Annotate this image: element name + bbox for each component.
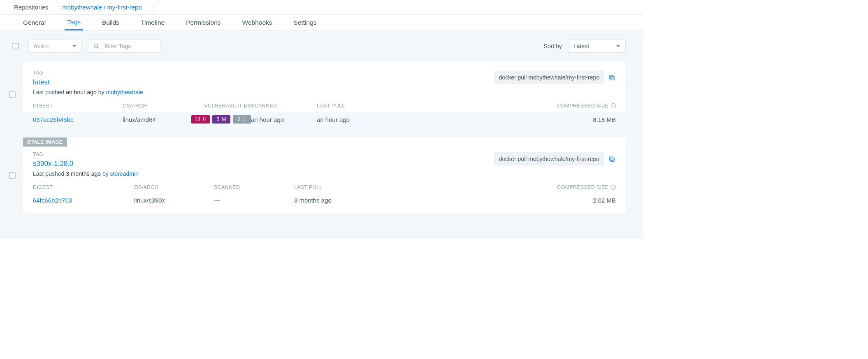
copy-icon[interactable] <box>608 73 616 82</box>
breadcrumb-repo[interactable]: mobythewhale / my-first-repo <box>56 0 150 14</box>
row-checkbox[interactable] <box>9 91 16 98</box>
svg-rect-5 <box>609 156 613 160</box>
size-value: 2.02 MB <box>593 197 616 204</box>
tab-timeline[interactable]: Timeline <box>138 15 167 30</box>
info-icon[interactable]: i <box>611 103 616 108</box>
breadcrumb-root[interactable]: Repositories <box>8 0 56 14</box>
column-headers: DIGEST OS/ARCH VULNERABILITIES SCANNED L… <box>23 103 626 112</box>
th-last-pull: LAST PULL <box>317 103 424 109</box>
th-last-pull: LAST PULL <box>294 184 399 190</box>
svg-rect-4 <box>610 158 614 161</box>
th-compressed-size: COMPRESSED SIZE i <box>557 184 616 190</box>
tag-row: docker pull mobythewhale/my-first-repo T… <box>9 62 626 128</box>
vuln-high[interactable]: 13H <box>191 115 210 124</box>
vuln-low[interactable]: 2L <box>233 115 251 124</box>
tab-webhooks[interactable]: Webhooks <box>240 15 275 30</box>
filter-tags-input[interactable] <box>104 42 155 50</box>
svg-point-0 <box>94 44 98 47</box>
scanned-value: --- <box>214 197 294 204</box>
size-value: 8.18 MB <box>593 116 616 123</box>
th-digest: DIGEST <box>33 184 134 190</box>
svg-rect-3 <box>609 75 613 79</box>
sort-by-value: Latest <box>573 43 589 49</box>
svg-line-1 <box>97 47 98 48</box>
th-digest: DIGEST <box>33 103 123 109</box>
digest-link[interactable]: 64fc66b2b703 <box>33 197 134 204</box>
pull-command-group: docker pull mobythewhale/my-first-repo <box>494 152 616 166</box>
filter-tags-field[interactable] <box>88 40 160 53</box>
tab-general[interactable]: General <box>21 15 48 30</box>
th-scanned: SCANNED <box>251 103 317 109</box>
svg-rect-2 <box>610 76 614 80</box>
pull-command: docker pull mobythewhale/my-first-repo <box>494 71 604 84</box>
tab-permissions[interactable]: Permissions <box>183 15 223 30</box>
digest-row[interactable]: 037ac26b45bc linux/amd64 13H 5M 2L an ho… <box>23 112 626 128</box>
last-pushed: Last pushed an hour ago by mobythewhale <box>33 89 616 96</box>
toolbar: Action Sort by Latest <box>26 40 626 53</box>
tab-tags[interactable]: Tags <box>65 15 83 30</box>
select-all-checkbox[interactable] <box>12 43 19 49</box>
tab-settings[interactable]: Settings <box>291 15 319 30</box>
caret-down-icon <box>72 45 77 47</box>
os-arch-value: linux/amd64 <box>123 116 188 123</box>
copy-icon[interactable] <box>608 155 616 163</box>
last-pull-value: an hour ago <box>317 116 424 123</box>
pull-command: docker pull mobythewhale/my-first-repo <box>494 152 604 166</box>
search-icon <box>93 43 100 49</box>
pushed-by-user[interactable]: storeadmin <box>110 170 139 177</box>
last-pushed: Last pushed 3 months ago by storeadmin <box>33 170 616 177</box>
tag-card: STALE IMAGE docker pull mobythewhale/my-… <box>23 138 626 213</box>
th-vulnerabilities: VULNERABILITIES <box>204 103 251 109</box>
digest-link[interactable]: 037ac26b45bc <box>33 116 123 123</box>
digest-row[interactable]: 64fc66b2b703 linux/s390x --- 3 months ag… <box>23 193 626 213</box>
vuln-medium[interactable]: 5M <box>212 115 230 124</box>
breadcrumb: Repositories mobythewhale / my-first-rep… <box>0 0 643 15</box>
th-compressed-size: COMPRESSED SIZE i <box>557 103 616 109</box>
page-body: Action Sort by Latest docker pull mobyth… <box>0 30 643 239</box>
tag-name-link[interactable]: s390x-1.28.0 <box>33 160 73 168</box>
scanned-value: an hour ago <box>251 116 317 123</box>
tag-card: docker pull mobythewhale/my-first-repo T… <box>23 62 626 128</box>
tab-builds[interactable]: Builds <box>100 15 122 30</box>
row-checkbox[interactable] <box>9 172 16 179</box>
tag-row: STALE IMAGE docker pull mobythewhale/my-… <box>9 138 626 213</box>
column-headers: DIGEST OS/ARCH SCANNED LAST PULL COMPRES… <box>23 184 626 193</box>
sort-by-dropdown[interactable]: Latest <box>568 40 626 53</box>
pull-command-group: docker pull mobythewhale/my-first-repo <box>494 71 616 84</box>
sort-by-label: Sort by <box>544 43 562 49</box>
caret-down-icon <box>616 45 620 47</box>
stale-image-badge: STALE IMAGE <box>23 138 67 147</box>
tabs: General Tags Builds Timeline Permissions… <box>0 15 643 30</box>
info-icon[interactable]: i <box>611 185 616 190</box>
tag-name-link[interactable]: latest <box>33 78 50 86</box>
pushed-by-user[interactable]: mobythewhale <box>106 89 143 96</box>
action-dropdown[interactable]: Action <box>28 40 82 53</box>
action-dropdown-label: Action <box>34 43 50 49</box>
th-scanned: SCANNED <box>214 184 294 190</box>
vulnerability-badges: 13H 5M 2L <box>188 115 251 124</box>
th-os-arch: OS/ARCH <box>134 184 214 190</box>
th-os-arch: OS/ARCH <box>123 103 188 109</box>
last-pull-value: 3 months ago <box>294 197 399 204</box>
os-arch-value: linux/s390x <box>134 197 214 204</box>
